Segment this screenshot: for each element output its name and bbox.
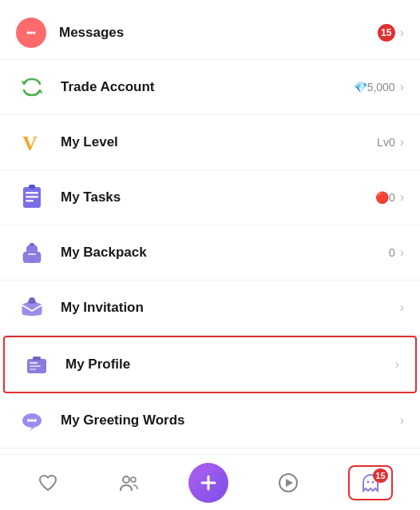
tasks-label: My Tasks [61,189,375,205]
svg-point-26 [123,476,129,483]
svg-text:V: V [22,132,38,155]
backpack-icon [16,237,48,269]
nav-item-add[interactable] [188,463,228,503]
menu-item-my-tasks[interactable]: My Tasks 🔴0 › [0,170,420,225]
menu-item-my-level[interactable]: V My Level Lv0 › [0,115,420,170]
menu-item-trade-account[interactable]: Trade Account 💎5,000 › [0,60,420,115]
level-label: My Level [61,134,377,150]
messages-label: Messages [59,25,378,41]
svg-rect-5 [26,192,38,194]
trade-icon [16,71,48,103]
trade-label: Trade Account [61,79,354,95]
svg-rect-18 [30,369,36,370]
messages-badge: 15 [378,24,395,42]
menu-item-messages[interactable]: Messages 15 › [0,6,420,60]
svg-rect-19 [33,357,41,361]
menu-item-my-greeting-words[interactable]: My Greeting Words › [0,393,420,448]
heart-icon [37,472,59,494]
nav-item-play[interactable] [267,467,309,499]
menu-item-my-invitation[interactable]: My Invitation › [0,281,420,336]
svg-rect-7 [26,200,34,202]
svg-rect-8 [29,185,35,189]
svg-rect-6 [26,196,38,198]
greeting-label: My Greeting Words [61,412,400,428]
svg-point-21 [27,419,30,422]
trade-chevron: › [400,80,404,94]
menu-list: Messages 15 › Trade Account 💎5,000 › [0,0,420,510]
greeting-chevron: › [400,413,404,428]
greeting-icon [16,404,48,436]
messages-icon [16,18,46,48]
bottom-nav: 15 [0,454,420,510]
invitation-label: My Invitation [61,300,400,316]
svg-point-27 [131,477,136,482]
svg-point-32 [367,480,369,483]
people-icon [117,472,140,494]
svg-rect-10 [28,253,36,255]
menu-item-my-profile[interactable]: My Profile › [3,336,417,393]
backpack-chevron: › [400,245,404,260]
menu-container: Messages 15 › Trade Account 💎5,000 › [0,0,420,510]
svg-rect-9 [30,243,34,246]
svg-rect-17 [30,365,41,367]
svg-marker-31 [286,479,293,487]
ghost-badge: 15 [373,468,387,483]
profile-chevron: › [395,357,399,372]
add-icon [197,472,220,494]
svg-rect-13 [22,304,42,315]
svg-point-2 [33,31,36,34]
profile-label: My Profile [65,357,395,373]
backpack-value: 0 [389,246,395,259]
messages-chevron: › [400,26,404,40]
play-icon [277,472,299,494]
svg-point-1 [30,31,33,34]
backpack-label: My Backpack [61,245,389,261]
svg-rect-16 [30,362,38,364]
svg-point-0 [27,31,30,34]
menu-item-my-backpack[interactable]: My Backpack 0 › [0,225,420,281]
svg-point-33 [371,480,374,483]
level-chevron: › [400,135,404,149]
nav-item-ghost[interactable]: 15 [348,465,393,500]
nav-item-heart[interactable] [27,467,69,499]
svg-point-23 [34,419,37,422]
tasks-value: 🔴0 [375,191,395,204]
nav-item-people[interactable] [108,467,149,499]
trade-value: 💎5,000 [354,81,395,94]
svg-point-22 [30,419,34,422]
profile-icon [21,349,53,381]
level-icon: V [16,126,48,158]
level-value: Lv0 [377,136,395,149]
invitation-icon [16,292,48,324]
invitation-chevron: › [400,301,404,315]
tasks-icon [16,181,48,213]
tasks-chevron: › [400,190,404,205]
